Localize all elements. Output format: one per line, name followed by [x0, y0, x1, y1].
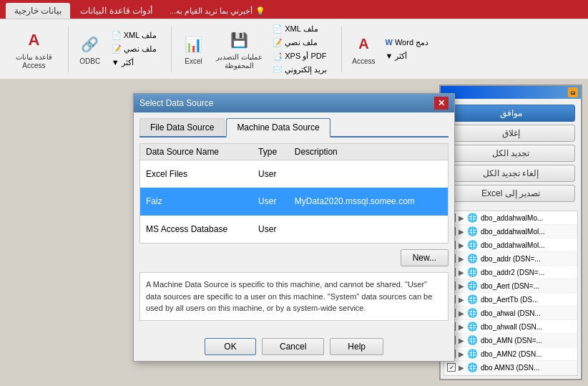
datasource-table: Data Source Name Type Description Excel … [139, 143, 449, 243]
textfile-icon: 📝 [112, 44, 122, 54]
pdf-label: PDF أو XPS [285, 52, 326, 61]
access-import-icon: A [352, 33, 375, 56]
dialog-ok-button[interactable]: OK [205, 338, 256, 355]
dialog-close-button[interactable]: ✕ [434, 97, 449, 110]
odbc-label: ODBC [79, 57, 100, 66]
email-button[interactable]: ✉️ بريد إلكتروني [270, 64, 330, 76]
cell-name: Faiz [140, 188, 253, 215]
pdf-icon: 📑 [273, 52, 283, 61]
saved-exports-button[interactable]: 💾 عمليات التصديرالمحفوظة [212, 26, 267, 73]
xml-export-button[interactable]: 📄 ملف XML [270, 23, 330, 35]
dialog-overlay: Select Data Source ✕ File Data Source Ma… [0, 79, 588, 386]
ribbon-group-export: 📊 Excel 💾 عمليات التصديرالمحفوظة 📄 ملف X… [171, 26, 335, 72]
cell-description [289, 160, 449, 188]
ribbon: بيانات خارجية أدوات قاعدة البيانات 💡 أخب… [0, 0, 588, 79]
tell-me-text: أخبرني بما تريد القيام به... [170, 6, 253, 16]
cell-type: User [253, 160, 289, 188]
tab-external-data[interactable]: بيانات خارجية [6, 3, 70, 19]
cell-name: Excel Files [140, 160, 253, 188]
text-export-button[interactable]: 📝 ملف نصي [270, 37, 330, 49]
access-import-button[interactable]: A Access [348, 30, 379, 69]
ribbon-group-import: A Access W دمج Word أكثر ▼ [341, 26, 437, 72]
odbc-button[interactable]: 🔗 ODBC [74, 30, 106, 69]
new-datasource-button[interactable]: New... [401, 249, 449, 266]
word-merge-label: دمج Word [395, 38, 428, 47]
cell-type: User [253, 188, 289, 215]
word-icon: W [386, 38, 393, 47]
email-icon: ✉️ [273, 65, 283, 74]
select-datasource-dialog: Select Data Source ✕ File Data Source Ma… [133, 93, 455, 362]
dialog-cancel-button[interactable]: Cancel [262, 338, 324, 355]
ribbon-tab-bar: بيانات خارجية أدوات قاعدة البيانات 💡 أخب… [0, 0, 588, 19]
ribbon-group-odbc: 🔗 ODBC 📄 ملف XML 📝 ملف نصي أكثر ▼ [68, 26, 166, 72]
email-label: بريد إلكتروني [285, 65, 327, 74]
ribbon-content: A قاعدة بياناتAccess 🔗 ODBC 📄 ملف XML 📝 … [0, 19, 588, 79]
text-export-icon: 📝 [273, 38, 283, 47]
xml-file-label: ملف XML [124, 31, 157, 40]
table-row[interactable]: Faiz User MyData2020.mssql.somee.com [140, 188, 449, 215]
odbc-icon: 🔗 [79, 33, 102, 56]
table-row[interactable]: Excel Files User [140, 160, 449, 188]
pdf-xps-button[interactable]: 📑 PDF أو XPS [270, 50, 330, 62]
text-export-label: ملف نصي [285, 38, 318, 47]
text-file-label: ملف نصي [124, 44, 157, 54]
tab-machine-source[interactable]: Machine Data Source [226, 118, 330, 137]
excel-icon: 📊 [182, 33, 205, 56]
saved-exports-icon: 💾 [228, 29, 251, 52]
new-btn-row: New... [139, 249, 449, 266]
ribbon-group-db: A قاعدة بياناتAccess [6, 26, 62, 72]
saved-exports-label: عمليات التصديرالمحفوظة [216, 53, 263, 70]
dialog-footer: OK Cancel Help [134, 334, 454, 361]
xml-export-icon: 📄 [273, 24, 283, 34]
work-area: 🗂 موافق إغلاق تجديد الكل إلغاء تجديد الك… [0, 79, 588, 386]
col-name-header[interactable]: Data Source Name [140, 144, 253, 160]
xml-file-import-button[interactable]: 📄 ملف XML [109, 29, 160, 42]
access-db-icon: A [22, 29, 45, 52]
description-box: A Machine Data Source is specific to thi… [139, 272, 449, 321]
tab-db-tools[interactable]: أدوات قاعدة البيانات [72, 3, 161, 19]
cell-description: MyData2020.mssql.somee.com [289, 188, 449, 215]
more-import-label: أكثر ▼ [112, 58, 134, 67]
access-db-button[interactable]: A قاعدة بياناتAccess [11, 26, 57, 73]
cell-type: User [253, 216, 289, 243]
access-import-label: Access [352, 57, 375, 66]
lightbulb-icon: 💡 [255, 6, 265, 16]
table-row[interactable]: MS Access Database User [140, 216, 449, 243]
tab-file-source[interactable]: File Data Source [139, 118, 225, 136]
dialog-title: Select Data Source [139, 98, 213, 108]
dialog-help-button[interactable]: Help [330, 338, 383, 355]
word-merge-button[interactable]: W دمج Word [383, 37, 432, 49]
dialog-titlebar: Select Data Source ✕ [134, 94, 454, 112]
col-type-header[interactable]: Type [253, 144, 289, 160]
col-desc-header[interactable]: Description [289, 144, 449, 160]
tab-bar: File Data Source Machine Data Source [139, 118, 449, 137]
more-button[interactable]: أكثر ▼ [383, 50, 432, 62]
xml-icon: 📄 [112, 31, 122, 40]
dialog-body: File Data Source Machine Data Source Dat… [134, 112, 454, 334]
more-label: أكثر ▼ [386, 52, 408, 61]
excel-label: Excel [185, 57, 202, 66]
text-file-import-button[interactable]: 📝 ملف نصي [109, 43, 160, 55]
cell-description [289, 216, 449, 243]
more-import-button[interactable]: أكثر ▼ [109, 57, 160, 69]
tell-me-bar[interactable]: 💡 أخبرني بما تريد القيام به... [170, 6, 265, 16]
excel-export-button[interactable]: 📊 Excel [177, 30, 209, 69]
cell-name: MS Access Database [140, 216, 253, 243]
xml-export-label: ملف XML [285, 24, 318, 34]
access-db-label: قاعدة بياناتAccess [16, 53, 52, 70]
